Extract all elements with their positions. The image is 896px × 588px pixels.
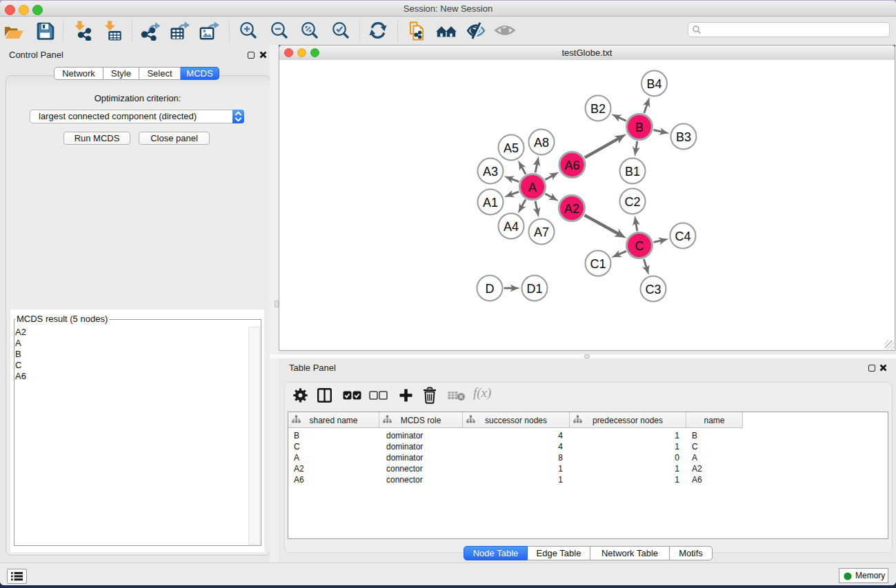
svg-text:A: A: [528, 181, 537, 194]
svg-text:D1: D1: [526, 282, 542, 296]
svg-text:C: C: [635, 239, 644, 253]
svg-text:B2: B2: [590, 102, 606, 116]
svg-text:C3: C3: [645, 283, 661, 296]
svg-text:A3: A3: [483, 165, 498, 179]
svg-text:A1: A1: [483, 196, 498, 210]
svg-text:B: B: [635, 121, 644, 134]
svg-text:A4: A4: [504, 220, 519, 234]
svg-text:A7: A7: [534, 225, 549, 239]
svg-text:A5: A5: [504, 141, 519, 155]
svg-text:B1: B1: [625, 165, 640, 179]
svg-text:C4: C4: [675, 230, 690, 243]
svg-text:B3: B3: [676, 130, 691, 144]
svg-text:C1: C1: [590, 257, 606, 271]
svg-text:B4: B4: [646, 77, 661, 91]
svg-text:A2: A2: [564, 202, 579, 216]
svg-text:A8: A8: [534, 136, 549, 150]
svg-text:D: D: [486, 282, 495, 296]
svg-text:C2: C2: [624, 195, 640, 209]
svg-text:A6: A6: [564, 159, 579, 172]
